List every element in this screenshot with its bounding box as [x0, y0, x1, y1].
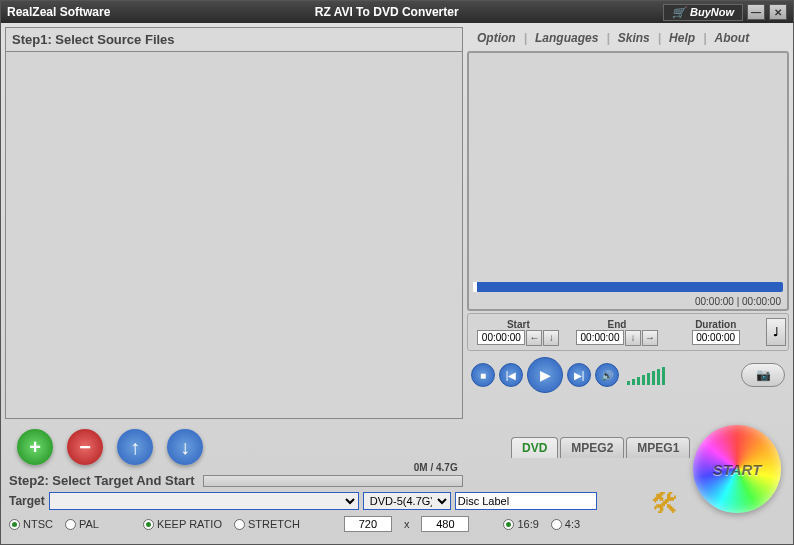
seek-bar[interactable]: [473, 282, 783, 292]
track-button[interactable]: ♩: [766, 318, 786, 346]
radio-pal[interactable]: PAL: [65, 518, 99, 530]
trim-end-label: End: [608, 319, 627, 330]
menu-help[interactable]: Help: [663, 29, 701, 47]
video-preview[interactable]: [469, 53, 787, 280]
preview-time: 00:00:00 | 00:00:00: [469, 294, 787, 309]
tools-button[interactable]: 🛠: [645, 483, 685, 523]
tab-dvd[interactable]: DVD: [511, 437, 558, 458]
trim-start-label: Start: [507, 319, 530, 330]
target-label: Target: [9, 494, 45, 508]
stop-button[interactable]: ■: [471, 363, 495, 387]
move-down-button[interactable]: ↓: [167, 429, 203, 465]
step1-header: Step1: Select Source Files: [5, 27, 463, 52]
menu-languages[interactable]: Languages: [529, 29, 604, 47]
move-up-button[interactable]: ↑: [117, 429, 153, 465]
radio-stretch[interactable]: STRETCH: [234, 518, 300, 530]
start-button[interactable]: START: [693, 425, 781, 513]
disc-label-input[interactable]: [455, 492, 597, 510]
trim-start-input[interactable]: [477, 330, 525, 345]
radio-4-3[interactable]: 4:3: [551, 518, 580, 530]
snapshot-button[interactable]: 📷: [741, 363, 785, 387]
trim-duration-label: Duration: [695, 319, 736, 330]
play-button[interactable]: ▶: [527, 357, 563, 393]
trim-end-input[interactable]: [576, 330, 624, 345]
menu-about[interactable]: About: [708, 29, 755, 47]
disc-size-select[interactable]: DVD-5(4.7G): [363, 492, 451, 510]
cart-icon: 🛒: [672, 6, 686, 19]
app-title: RZ AVI To DVD Converter: [110, 5, 663, 19]
remove-file-button[interactable]: −: [67, 429, 103, 465]
close-button[interactable]: ✕: [769, 4, 787, 20]
start-left-button[interactable]: ←: [526, 330, 542, 346]
source-file-list[interactable]: [5, 52, 463, 419]
capacity-label: 0M / 4.7G: [414, 462, 458, 473]
end-right-button[interactable]: →: [642, 330, 658, 346]
radio-keep-ratio[interactable]: KEEP RATIO: [143, 518, 222, 530]
wrench-icon: 🛠: [651, 487, 679, 520]
volume-button[interactable]: 🔊: [595, 363, 619, 387]
width-input[interactable]: [344, 516, 392, 532]
end-down-button[interactable]: ↓: [625, 330, 641, 346]
minimize-button[interactable]: —: [747, 4, 765, 20]
step2-header: Step2: Select Target And Start: [9, 473, 195, 488]
next-button[interactable]: ▶|: [567, 363, 591, 387]
prev-button[interactable]: |◀: [499, 363, 523, 387]
volume-indicator[interactable]: [627, 365, 665, 385]
tab-mpeg1[interactable]: MPEG1: [626, 437, 690, 458]
preview-pane: 00:00:00 | 00:00:00: [467, 51, 789, 311]
trim-duration-input[interactable]: [692, 330, 740, 345]
menu-skins[interactable]: Skins: [612, 29, 656, 47]
tab-mpeg2[interactable]: MPEG2: [560, 437, 624, 458]
buynow-label: BuyNow: [690, 6, 734, 18]
radio-16-9[interactable]: 16:9: [503, 518, 538, 530]
height-input[interactable]: [421, 516, 469, 532]
dim-x-label: x: [404, 518, 410, 530]
menu-option[interactable]: Option: [471, 29, 522, 47]
target-drive-select[interactable]: [49, 492, 359, 510]
start-down-button[interactable]: ↓: [543, 330, 559, 346]
brand-label: RealZeal Software: [7, 5, 110, 19]
buynow-button[interactable]: 🛒 BuyNow: [663, 4, 743, 21]
add-file-button[interactable]: +: [17, 429, 53, 465]
capacity-bar: 0M / 4.7G: [203, 475, 463, 487]
radio-ntsc[interactable]: NTSC: [9, 518, 53, 530]
start-label: START: [713, 461, 762, 478]
